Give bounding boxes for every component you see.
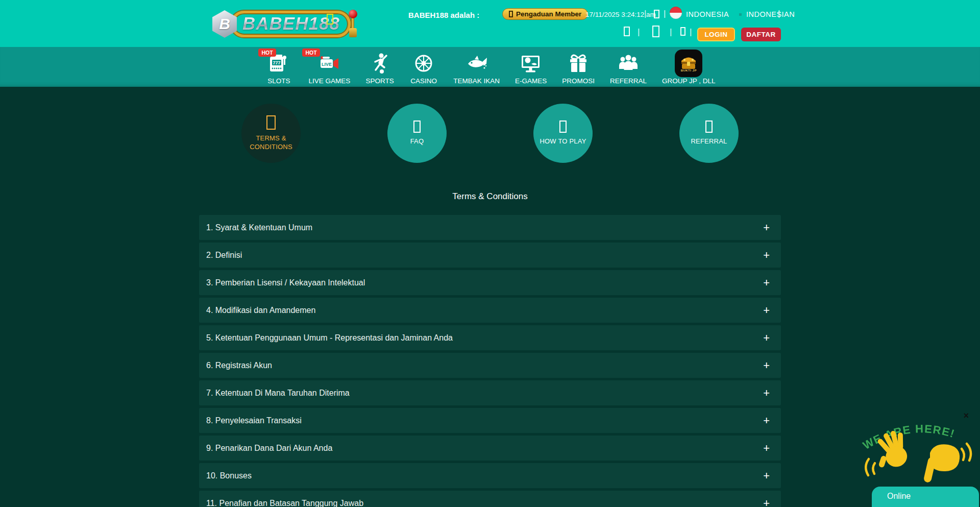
nav-item-live-games[interactable]: HOT LIVE LIVE GAMES [308, 50, 350, 85]
motion-lines-left [866, 459, 875, 475]
expand-icon[interactable]: + [763, 222, 770, 233]
treasure-chest-icon: BUKTI JP [675, 50, 702, 77]
nav-item-casino[interactable]: CASINO [409, 50, 438, 85]
logo-text: BABEH188 [242, 13, 340, 34]
separator: | [644, 9, 646, 19]
fish-icon [465, 50, 488, 77]
quick-link-referral[interactable]: REFERRAL [679, 104, 739, 163]
expand-icon[interactable]: + [763, 332, 770, 344]
placeholder-glyph-icon [559, 120, 567, 133]
pengaduan-member-button[interactable]: Pengaduan Member [502, 8, 588, 20]
quick-links-row: TERMS & CONDITIONS FAQ HOW TO PLAY REFER… [0, 104, 980, 163]
nav-item-tembak-ikan[interactable]: TEMBAK IKAN [453, 50, 500, 85]
site-logo[interactable]: B BABEH188 [212, 10, 358, 38]
we-are-here-banner: WE ARE HERE! [862, 416, 977, 489]
separator: | [638, 27, 640, 37]
main-navigation: HOT 777 SLOTS HOT LIVE LIVE GAMES SPORTS [0, 47, 980, 87]
announcement-speaker-icon [327, 14, 333, 25]
country-label[interactable]: INDONESIA [686, 10, 729, 18]
expand-icon[interactable]: + [763, 305, 770, 316]
complaint-icon [509, 11, 513, 17]
slot-lever-icon [349, 10, 358, 38]
chat-online-panel[interactable]: Online [872, 487, 979, 507]
accordion-item[interactable]: 6. Registrasi Akun + [199, 353, 781, 378]
nav-item-label: GROUP JP , DLL [662, 77, 716, 85]
accordion-item[interactable]: 2. Definisi + [199, 243, 781, 268]
expand-icon[interactable]: + [763, 443, 770, 454]
daftar-button[interactable]: DAFTAR [741, 28, 781, 41]
quick-link-label: REFERRAL [691, 137, 727, 146]
accordion-item[interactable]: 7. Ketentuan Di Mana Taruhan Diterima + [199, 380, 781, 405]
nav-item-promosi[interactable]: PROMOSI [562, 50, 595, 85]
chat-status-label: Online [887, 492, 911, 500]
live-chat-widget: × WE ARE HERE! Online [862, 406, 980, 507]
accordion-item-title: 4. Modifikasi dan Amandemen [206, 306, 315, 315]
accordion-item-title: 7. Ketentuan Di Mana Taruhan Diterima [206, 389, 350, 398]
nav-item-group-jp-dll[interactable]: BUKTI JP GROUP JP , DLL [662, 50, 716, 85]
accordion-item[interactable]: 10. Bonuses + [199, 463, 781, 488]
language-dot [739, 13, 742, 16]
accordion-item-title: 10. Bonuses [206, 471, 252, 480]
quick-link-how-to-play[interactable]: HOW TO PLAY [533, 104, 593, 163]
pointing-hand-icon [923, 444, 960, 483]
nav-item-referral[interactable]: REFERRAL [610, 50, 647, 85]
expand-icon[interactable]: + [763, 277, 770, 288]
accordion-item-title: 6. Registrasi Akun [206, 361, 272, 370]
expand-icon[interactable]: + [763, 415, 770, 426]
live-camera-icon: LIVE [318, 50, 340, 77]
nav-item-label: SLOTS [267, 77, 290, 85]
quick-link-label: FAQ [410, 137, 424, 146]
page-title: Terms & Conditions [0, 191, 980, 202]
expand-icon[interactable]: + [763, 388, 770, 399]
accordion-item[interactable]: 9. Penarikan Dana Dari Akun Anda + [199, 436, 781, 461]
nav-item-e-games[interactable]: E-GAMES [515, 50, 547, 85]
nav-item-label: SPORTS [366, 77, 394, 85]
separator: | [690, 27, 692, 37]
header-action-icon-3[interactable] [680, 27, 685, 36]
expand-icon[interactable]: + [763, 470, 770, 481]
expand-icon[interactable]: + [763, 250, 770, 261]
expand-icon[interactable]: + [763, 360, 770, 371]
accordion-item[interactable]: 3. Pemberian Lisensi / Kekayaan Intelekt… [199, 270, 781, 295]
accordion-item-title: 2. Definisi [206, 251, 242, 260]
quick-link-terms-conditions[interactable]: TERMS & CONDITIONS [241, 104, 301, 163]
soccer-player-icon [369, 50, 391, 77]
nav-item-label: PROMOSI [562, 77, 595, 85]
motion-lines-right [962, 444, 971, 461]
placeholder-glyph-icon [705, 120, 713, 133]
top-header: B BABEH188 BABEH188 adalah : Pengaduan M… [0, 0, 980, 47]
nav-item-slots[interactable]: HOT 777 SLOTS [264, 50, 293, 85]
placeholder-glyph-icon [413, 120, 421, 133]
accordion-item-title: 1. Syarat & Ketentuan Umum [206, 223, 312, 232]
accordion-item[interactable]: 1. Syarat & Ketentuan Umum + [199, 215, 781, 240]
nav-item-label: LIVE GAMES [308, 77, 350, 85]
accordion-item-title: 3. Pemberian Lisensi / Kekayaan Intelekt… [206, 278, 365, 287]
nav-item-label: CASINO [410, 77, 437, 85]
language-label[interactable]: INDONESIAN [746, 10, 795, 18]
separator: | [670, 27, 672, 37]
announcement-marquee: BABEH188 adalah : [408, 11, 479, 19]
gift-icon [567, 50, 590, 77]
quick-link-label: HOW TO PLAY [540, 137, 586, 146]
login-button[interactable]: LOGIN [697, 28, 735, 41]
sound-toggle-icon[interactable] [654, 10, 659, 18]
hot-badge: HOT [258, 49, 276, 57]
accordion-item[interactable]: 8. Penyelesaian Transaksi + [199, 408, 781, 433]
header-action-icon-2[interactable] [652, 26, 659, 37]
logo-hexagon-icon: B [212, 10, 237, 38]
quick-link-faq[interactable]: FAQ [387, 104, 447, 163]
nav-item-label: TEMBAK IKAN [453, 77, 500, 85]
people-icon [617, 50, 640, 77]
quick-link-label: TERMS & CONDITIONS [247, 134, 295, 151]
accordion-item[interactable]: 11. Penafian dan Batasan Tanggung Jawab … [199, 491, 781, 507]
placeholder-glyph-icon [266, 115, 276, 130]
header-action-icon-1[interactable] [624, 27, 630, 36]
expand-icon[interactable]: + [763, 498, 770, 507]
svg-text:777: 777 [273, 60, 281, 65]
nav-item-sports[interactable]: SPORTS [365, 50, 394, 85]
accordion-item[interactable]: 5. Ketentuan Penggunaan Umum - Represent… [199, 325, 781, 350]
accordion-item-title: 8. Penyelesaian Transaksi [206, 416, 302, 425]
roulette-wheel-icon [412, 50, 435, 77]
accordion-item[interactable]: 4. Modifikasi dan Amandemen + [199, 298, 781, 323]
indonesia-flag-icon [670, 7, 682, 19]
